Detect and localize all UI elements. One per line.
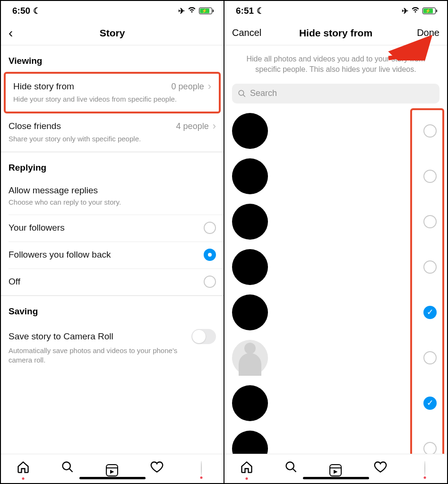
chevron-left-icon: ‹	[9, 26, 13, 40]
section-header-viewing: Viewing	[1, 45, 224, 72]
row-hide-story-from[interactable]: Hide story from 0 people› Hide your stor…	[6, 74, 219, 112]
do-not-disturb-icon: ☾	[33, 6, 41, 16]
person-row[interactable]: ✓	[224, 380, 447, 426]
avatar	[232, 431, 268, 454]
wifi-icon	[411, 6, 420, 16]
people-list: ✓✓	[224, 108, 447, 454]
tab-activity[interactable]	[371, 460, 390, 477]
reels-icon	[106, 464, 118, 476]
avatar	[232, 204, 268, 240]
page-title: Story	[100, 27, 125, 39]
tab-home[interactable]	[14, 460, 33, 477]
highlight-hide-story: Hide story from 0 people› Hide your stor…	[4, 72, 221, 113]
option-followers-you-follow-back[interactable]: Followers you follow back	[1, 242, 224, 268]
airplane-mode-icon: ✈	[402, 6, 408, 16]
reels-icon	[329, 464, 342, 476]
person-row[interactable]	[224, 244, 447, 290]
nav-header: Cancel Hide story from Done	[224, 21, 447, 45]
person-row[interactable]	[224, 108, 447, 154]
svg-point-2	[286, 462, 294, 470]
tab-profile[interactable]	[192, 461, 211, 476]
person-row[interactable]: ✓	[224, 290, 447, 335]
person-row[interactable]	[224, 154, 447, 199]
tab-reels[interactable]	[103, 461, 121, 477]
radio-icon	[204, 222, 216, 234]
battery-icon: ⚡	[422, 8, 436, 14]
airplane-mode-icon: ✈	[178, 6, 185, 16]
search-input[interactable]: Search	[232, 84, 439, 104]
home-indicator[interactable]	[303, 477, 369, 479]
checkbox-icon[interactable]	[423, 124, 437, 138]
back-button[interactable]: ‹	[9, 26, 46, 40]
checkbox-icon[interactable]	[423, 260, 437, 274]
battery-icon: ⚡	[199, 8, 212, 14]
do-not-disturb-icon: ☾	[257, 6, 264, 16]
status-time: 6:51	[236, 6, 254, 16]
tab-search[interactable]	[58, 460, 77, 477]
done-button[interactable]: Done	[402, 27, 439, 38]
tab-activity[interactable]	[147, 460, 166, 477]
checkbox-icon[interactable]	[423, 351, 437, 364]
row-close-friends[interactable]: Close friends 4 people› Share your story…	[1, 113, 224, 151]
notification-dot-icon	[423, 476, 426, 479]
tab-profile[interactable]	[415, 461, 434, 476]
checkbox-checked-icon[interactable]: ✓	[423, 397, 437, 410]
toggle-off-icon[interactable]	[191, 329, 216, 344]
avatar	[232, 249, 268, 285]
svg-point-0	[63, 462, 70, 470]
person-row[interactable]	[224, 199, 447, 244]
status-time: 6:50	[12, 6, 30, 16]
checkbox-checked-icon[interactable]: ✓	[423, 306, 437, 319]
search-placeholder: Search	[250, 88, 277, 98]
option-your-followers[interactable]: Your followers	[1, 215, 224, 242]
status-bar: 6:51 ☾ ✈ ⚡	[224, 1, 447, 21]
checkbox-icon[interactable]	[423, 442, 437, 454]
home-indicator[interactable]	[79, 477, 146, 479]
row-allow-replies: Allow message replies Choose who can rep…	[1, 179, 224, 215]
checkbox-icon[interactable]	[423, 215, 437, 228]
tab-home[interactable]	[237, 460, 256, 477]
chevron-right-icon: ›	[208, 80, 211, 93]
notification-dot-icon	[22, 477, 25, 480]
avatar	[232, 294, 268, 330]
cancel-button[interactable]: Cancel	[232, 27, 270, 38]
avatar	[232, 113, 268, 149]
chevron-right-icon: ›	[213, 120, 216, 132]
svg-point-1	[239, 90, 244, 95]
instructions-text: Hide all photos and videos you add to yo…	[224, 45, 447, 82]
hide-story-from-screen: 6:51 ☾ ✈ ⚡ Cancel Hide story from Done H…	[224, 1, 447, 483]
tab-search[interactable]	[282, 460, 301, 477]
story-settings-screen: 6:50 ☾ ✈ ⚡ ‹ Story Viewing Hide story f	[1, 1, 224, 483]
search-icon	[238, 89, 246, 98]
section-header-saving: Saving	[1, 296, 224, 322]
avatar	[232, 385, 268, 421]
person-row[interactable]	[224, 426, 447, 454]
checkbox-icon[interactable]	[423, 170, 437, 183]
section-header-replying: Replying	[1, 152, 224, 179]
status-bar: 6:50 ☾ ✈ ⚡	[1, 1, 224, 21]
avatar	[232, 158, 268, 194]
nav-header: ‹ Story	[1, 21, 224, 45]
avatar	[232, 340, 268, 376]
option-off[interactable]: Off	[1, 269, 224, 295]
tab-reels[interactable]	[326, 461, 345, 477]
page-title: Hide story from	[299, 27, 372, 39]
person-row[interactable]	[224, 335, 447, 380]
profile-avatar-icon	[424, 461, 425, 476]
radio-icon	[204, 276, 216, 288]
notification-dot-icon	[246, 477, 248, 480]
wifi-icon	[188, 6, 196, 16]
row-save-camera-roll[interactable]: Save story to Camera Roll Automatically …	[1, 322, 224, 373]
notification-dot-icon	[200, 476, 202, 479]
profile-avatar-icon	[201, 461, 202, 476]
radio-selected-icon	[204, 249, 216, 261]
